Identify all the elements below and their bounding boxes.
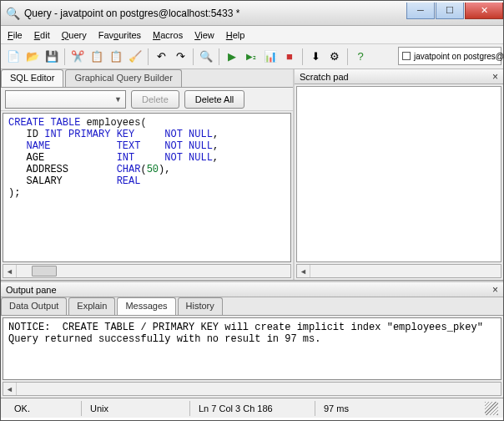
- output-close-icon[interactable]: ×: [492, 284, 498, 296]
- title-bar: 🔍 Query - javatpoint on postgres@localho…: [1, 1, 503, 26]
- open-icon[interactable]: 📂: [23, 48, 42, 66]
- settings-icon[interactable]: ⚙: [325, 48, 344, 66]
- output-pane: Output pane × Data Output Explain Messag…: [1, 281, 503, 398]
- delete-button[interactable]: Delete: [131, 90, 179, 109]
- tab-data-output[interactable]: Data Output: [1, 297, 67, 315]
- cut-icon[interactable]: ✂️: [68, 48, 87, 66]
- checkbox-icon: [402, 52, 411, 60]
- output-hscrollbar[interactable]: ◄: [3, 382, 501, 396]
- window-title: Query - javatpoint on postgres@localhost…: [24, 8, 406, 19]
- scroll-left-icon[interactable]: ◄: [3, 265, 17, 277]
- separator: [302, 48, 303, 65]
- output-header: Output pane ×: [1, 282, 503, 297]
- close-button[interactable]: ✕: [465, 3, 503, 19]
- minimize-button[interactable]: ─: [406, 3, 435, 19]
- previous-queries-combo[interactable]: ▼: [5, 90, 126, 109]
- connection-selector[interactable]: javatpoint on postgres@lo: [398, 47, 501, 65]
- separator: [64, 48, 65, 65]
- menu-file[interactable]: File: [8, 30, 23, 40]
- execute-icon[interactable]: ▶: [223, 48, 241, 66]
- save-icon[interactable]: 💾: [43, 48, 61, 66]
- output-title: Output pane: [6, 285, 57, 295]
- help-icon[interactable]: ?: [351, 48, 370, 66]
- editor-pane: SQL Editor Graphical Query Builder ▼ Del…: [1, 69, 295, 280]
- menu-favourites[interactable]: Favourites: [98, 30, 141, 40]
- menu-query[interactable]: Query: [62, 30, 87, 40]
- separator: [148, 48, 149, 65]
- explain-icon[interactable]: 📊: [261, 48, 280, 66]
- sql-editor[interactable]: CREATE TABLE employees( ID INT PRIMARY K…: [3, 113, 291, 262]
- tab-history[interactable]: History: [178, 297, 223, 315]
- separator: [347, 48, 348, 65]
- redo-icon[interactable]: ↷: [171, 48, 189, 66]
- message-line: Query returned successfully with no resu…: [8, 333, 320, 345]
- tab-explain[interactable]: Explain: [68, 297, 115, 315]
- app-icon: 🔍: [6, 7, 19, 20]
- find-icon[interactable]: 🔍: [197, 48, 215, 66]
- download-icon[interactable]: ⬇: [306, 48, 325, 66]
- new-icon[interactable]: 📄: [4, 48, 23, 66]
- status-time: 97 ms: [315, 401, 398, 416]
- connection-label: javatpoint on postgres@lo: [414, 52, 503, 61]
- paste-icon[interactable]: 📋: [107, 48, 125, 66]
- menu-bar: File Edit Query Favourites Macros View H…: [1, 26, 503, 44]
- chevron-down-icon: ▼: [114, 95, 122, 104]
- scroll-left-icon[interactable]: ◄: [3, 383, 17, 395]
- messages-body[interactable]: NOTICE: CREATE TABLE / PRIMARY KEY will …: [3, 317, 501, 380]
- menu-view[interactable]: View: [194, 30, 214, 40]
- separator: [193, 48, 194, 65]
- tab-sql-editor[interactable]: SQL Editor: [1, 69, 63, 87]
- status-bar: OK. Unix Ln 7 Col 3 Ch 186 97 ms: [1, 398, 503, 418]
- menu-edit[interactable]: Edit: [34, 30, 50, 40]
- scroll-thumb[interactable]: [32, 266, 57, 276]
- maximize-button[interactable]: ☐: [436, 3, 464, 19]
- execute-pgscript-icon[interactable]: ▶₂: [242, 48, 260, 66]
- message-line: NOTICE: CREATE TABLE / PRIMARY KEY will …: [8, 322, 483, 333]
- menu-help[interactable]: Help: [226, 30, 245, 40]
- status-ok: OK.: [6, 401, 81, 416]
- scratchpad-body[interactable]: [296, 86, 501, 262]
- resize-grip-icon[interactable]: [485, 402, 498, 415]
- status-position: Ln 7 Col 3 Ch 186: [189, 401, 315, 416]
- undo-icon[interactable]: ↶: [152, 48, 170, 66]
- copy-icon[interactable]: 📋: [88, 48, 106, 66]
- scratchpad-pane: Scratch pad × ◄: [295, 69, 503, 280]
- scroll-left-icon[interactable]: ◄: [297, 265, 310, 277]
- editor-hscrollbar[interactable]: ◄: [3, 264, 291, 278]
- delete-all-button[interactable]: Delete All: [184, 90, 244, 109]
- tab-graphical-query-builder[interactable]: Graphical Query Builder: [65, 69, 181, 87]
- scratchpad-close-icon[interactable]: ×: [492, 71, 498, 83]
- scratchpad-title: Scratch pad: [300, 72, 349, 82]
- scratch-hscrollbar[interactable]: ◄: [296, 264, 501, 278]
- toolbar: 📄 📂 💾 ✂️ 📋 📋 🧹 ↶ ↷ 🔍 ▶ ▶₂ 📊 ■ ⬇ ⚙ ? java…: [1, 44, 503, 69]
- scratchpad-header: Scratch pad ×: [295, 69, 503, 84]
- cancel-icon[interactable]: ■: [280, 48, 299, 66]
- status-encoding: Unix: [81, 401, 189, 416]
- separator: [219, 48, 219, 65]
- clear-icon[interactable]: 🧹: [126, 48, 144, 66]
- tab-messages[interactable]: Messages: [117, 297, 175, 315]
- menu-macros[interactable]: Macros: [153, 30, 183, 40]
